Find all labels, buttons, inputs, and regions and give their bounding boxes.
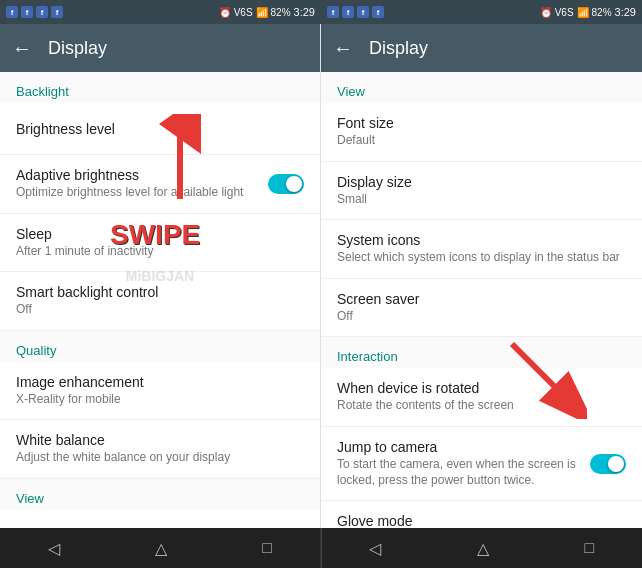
rotation-item: When device is rotated Rotate the conten… <box>337 380 626 414</box>
font-size-left-item: Font size <box>16 527 304 528</box>
glove-mode-item: Glove mode Off <box>337 513 626 528</box>
rotation-title: When device is rotated <box>337 380 626 396</box>
signal-text-left: V6S <box>234 7 253 18</box>
section-interaction: Interaction <box>321 337 642 368</box>
jump-camera-title: Jump to camera <box>337 439 582 455</box>
nav-panel-right: ◁ △ □ <box>322 528 643 568</box>
alarm-icon-r: ⏰ <box>540 7 552 18</box>
bottom-navigation: ◁ △ □ ◁ △ □ <box>0 528 642 568</box>
status-right-right: ⏰ V6S 📶 82% 3:29 <box>540 6 636 18</box>
battery-text-right: 82% <box>592 7 612 18</box>
section-quality: Quality <box>0 331 320 362</box>
signal-text-right: V6S <box>555 7 574 18</box>
list-item[interactable]: Adaptive brightness Optimize brightness … <box>0 155 320 214</box>
back-nav-right[interactable]: ◁ <box>361 531 389 566</box>
jump-camera-toggle[interactable] <box>590 454 626 474</box>
image-enhancement-title: Image enhancement <box>16 374 304 390</box>
status-icons-left: f f f f <box>6 6 63 18</box>
adaptive-brightness-item: Adaptive brightness Optimize brightness … <box>16 167 260 201</box>
list-item[interactable]: Display size Small <box>321 162 642 221</box>
sleep-title: Sleep <box>16 226 304 242</box>
font-size-right-title: Font size <box>337 115 626 131</box>
time-left: 3:29 <box>294 6 315 18</box>
battery-icon-left: 📶 <box>256 7 268 18</box>
home-nav-left[interactable]: △ <box>147 531 175 566</box>
list-item[interactable]: Sleep After 1 minute of inactivity <box>0 214 320 273</box>
panel-left: ← Display Backlight Brightness level Ada… <box>0 24 321 528</box>
section-view-right: View <box>321 72 642 103</box>
toolbar-right: ← Display <box>321 24 642 72</box>
back-button-left[interactable]: ← <box>12 37 32 60</box>
back-nav-left[interactable]: ◁ <box>40 531 68 566</box>
list-item[interactable]: Glove mode Off <box>321 501 642 528</box>
system-icons-subtitle: Select which system icons to display in … <box>337 250 626 266</box>
glove-mode-title: Glove mode <box>337 513 626 528</box>
image-enhancement-subtitle: X-Reality for mobile <box>16 392 304 408</box>
list-item[interactable]: Image enhancement X-Reality for mobile <box>0 362 320 421</box>
section-backlight: Backlight <box>0 72 320 103</box>
battery-icon-right: 📶 <box>577 7 589 18</box>
back-button-right[interactable]: ← <box>333 37 353 60</box>
home-nav-right[interactable]: △ <box>469 531 497 566</box>
font-size-right-item: Font size Default <box>337 115 626 149</box>
white-balance-title: White balance <box>16 432 304 448</box>
white-balance-item: White balance Adjust the white balance o… <box>16 432 304 466</box>
list-item[interactable]: Font size <box>0 510 320 528</box>
list-item[interactable]: Font size Default <box>321 103 642 162</box>
page-title-left: Display <box>48 38 308 59</box>
status-right-left: ⏰ V6S 📶 82% 3:29 <box>219 6 315 18</box>
rotation-subtitle: Rotate the contents of the screen <box>337 398 626 414</box>
time-right: 3:29 <box>615 6 636 18</box>
brightness-level-item: Brightness level <box>16 121 304 137</box>
white-balance-subtitle: Adjust the white balance on your display <box>16 450 304 466</box>
fb-icon-r4: f <box>372 6 384 18</box>
image-enhancement-item: Image enhancement X-Reality for mobile <box>16 374 304 408</box>
fb-icon-2: f <box>21 6 33 18</box>
font-size-right-subtitle: Default <box>337 133 626 149</box>
settings-list-right: View Font size Default Display size Smal… <box>321 72 642 528</box>
adaptive-brightness-title: Adaptive brightness <box>16 167 260 183</box>
list-item[interactable]: System icons Select which system icons t… <box>321 220 642 279</box>
display-size-subtitle: Small <box>337 192 626 208</box>
font-size-left-title: Font size <box>16 527 304 528</box>
display-size-item: Display size Small <box>337 174 626 208</box>
nav-panel-left: ◁ △ □ <box>0 528 321 568</box>
recents-nav-left[interactable]: □ <box>254 531 280 565</box>
adaptive-brightness-toggle[interactable] <box>268 174 304 194</box>
panel-right: ← Display View Font size Default Display… <box>321 24 642 528</box>
fb-icon-r3: f <box>357 6 369 18</box>
list-item[interactable]: Jump to camera To start the camera, even… <box>321 427 642 501</box>
fb-icon-1: f <box>6 6 18 18</box>
status-bar-left: f f f f ⏰ V6S 📶 82% 3:29 <box>0 0 321 24</box>
status-icons-right: f f f f <box>327 6 384 18</box>
battery-text-left: 82% <box>271 7 291 18</box>
fb-icon-3: f <box>36 6 48 18</box>
screen-saver-item: Screen saver Off <box>337 291 626 325</box>
jump-camera-subtitle: To start the camera, even when the scree… <box>337 457 582 488</box>
fb-icon-r1: f <box>327 6 339 18</box>
list-item[interactable]: White balance Adjust the white balance o… <box>0 420 320 479</box>
brightness-level-title: Brightness level <box>16 121 304 137</box>
screen-saver-subtitle: Off <box>337 309 626 325</box>
display-size-title: Display size <box>337 174 626 190</box>
adaptive-brightness-subtitle: Optimize brightness level for available … <box>16 185 260 201</box>
recents-nav-right[interactable]: □ <box>577 531 603 565</box>
list-item[interactable]: When device is rotated Rotate the conten… <box>321 368 642 427</box>
smart-backlight-title: Smart backlight control <box>16 284 304 300</box>
sleep-subtitle: After 1 minute of inactivity <box>16 244 304 260</box>
alarm-icon: ⏰ <box>219 7 231 18</box>
section-view-left: View <box>0 479 320 510</box>
smart-backlight-item: Smart backlight control Off <box>16 284 304 318</box>
list-item[interactable]: Smart backlight control Off <box>0 272 320 331</box>
page-title-right: Display <box>369 38 630 59</box>
list-item[interactable]: Screen saver Off <box>321 279 642 338</box>
fb-icon-4: f <box>51 6 63 18</box>
system-icons-item: System icons Select which system icons t… <box>337 232 626 266</box>
screen-saver-title: Screen saver <box>337 291 626 307</box>
smart-backlight-subtitle: Off <box>16 302 304 318</box>
sleep-item: Sleep After 1 minute of inactivity <box>16 226 304 260</box>
system-icons-title: System icons <box>337 232 626 248</box>
list-item[interactable]: Brightness level <box>0 103 320 155</box>
status-bar-right: f f f f ⏰ V6S 📶 82% 3:29 <box>321 0 642 24</box>
settings-list-left: Backlight Brightness level Adaptive brig… <box>0 72 320 528</box>
